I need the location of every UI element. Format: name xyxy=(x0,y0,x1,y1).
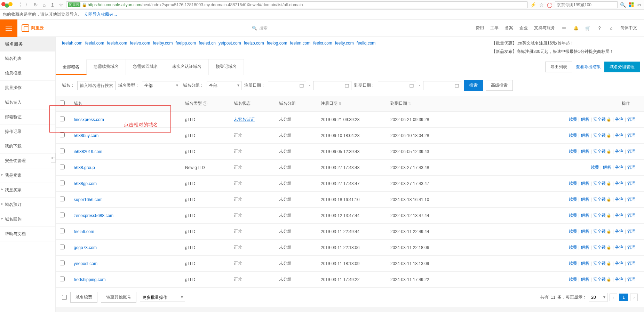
op-remark[interactable]: 备注 xyxy=(615,245,623,250)
related-link-10[interactable]: feelen.com xyxy=(290,41,310,46)
op-parse[interactable]: 解析 xyxy=(581,213,589,218)
op-renew[interactable]: 续费 xyxy=(569,181,577,186)
bulk-transfer-button[interactable]: 转至其他账号 xyxy=(101,292,136,303)
nav-support[interactable]: 支持与服务 xyxy=(534,25,555,31)
domain-link[interactable]: 5688.group xyxy=(74,165,95,170)
row-checkbox[interactable] xyxy=(60,117,65,121)
related-link-3[interactable]: feelvo.com xyxy=(130,41,150,46)
row-checkbox[interactable] xyxy=(60,277,65,281)
sidebar-item-3[interactable]: 域名转入 xyxy=(0,95,55,110)
related-link-2[interactable]: feelsh.com xyxy=(107,41,127,46)
op-lock[interactable]: 安全锁🔒 xyxy=(593,197,611,202)
op-manage[interactable]: 管理 xyxy=(627,133,636,138)
op-parse[interactable]: 解析 xyxy=(581,277,589,282)
op-remark[interactable]: 备注 xyxy=(615,165,623,170)
domain-link[interactable]: feel56.com xyxy=(74,229,94,234)
reg-date-to[interactable] xyxy=(313,81,351,90)
sidebar-item-6[interactable]: 我的下载 xyxy=(0,139,55,154)
exp-date-to[interactable] xyxy=(423,81,461,90)
related-link-12[interactable]: feelty.com xyxy=(335,41,354,46)
domain-link[interactable]: i56882019.com xyxy=(74,149,102,154)
op-renew[interactable]: 续费 xyxy=(569,197,577,202)
forward-icon[interactable]: 〉 xyxy=(24,2,31,8)
op-remark[interactable]: 备注 xyxy=(615,133,623,138)
sidebar-sub-0[interactable]: 我是卖家 xyxy=(0,168,55,183)
exp-date-from[interactable] xyxy=(378,81,416,90)
domain-link[interactable]: super1656.com xyxy=(74,197,103,202)
reload-icon[interactable]: ↻ xyxy=(33,2,39,8)
op-manage[interactable]: 管理 xyxy=(627,197,636,202)
message-icon[interactable]: ✉ xyxy=(561,25,567,31)
op-manage[interactable]: 管理 xyxy=(627,117,636,122)
op-parse[interactable]: 解析 xyxy=(603,165,611,170)
sidebar-sub-2[interactable]: 域名预订 xyxy=(0,198,55,212)
row-checkbox[interactable] xyxy=(60,133,65,137)
op-manage[interactable]: 管理 xyxy=(627,245,636,250)
op-remark[interactable]: 备注 xyxy=(615,277,623,282)
tab-3[interactable]: 未实名认证域名 xyxy=(165,59,209,75)
op-manage[interactable]: 管理 xyxy=(627,181,636,186)
col-type[interactable]: 域名类型? xyxy=(181,96,230,112)
sidebar-tail-0[interactable]: 帮助与文档 xyxy=(0,227,55,241)
op-parse[interactable]: 解析 xyxy=(581,117,589,122)
related-link-9[interactable]: feelog.com xyxy=(267,41,287,46)
domain-link[interactable]: 5688gp.com xyxy=(74,181,97,186)
row-checkbox[interactable] xyxy=(60,197,65,201)
flash-icon[interactable]: ⚡ xyxy=(530,2,536,8)
op-remark[interactable]: 备注 xyxy=(615,261,623,266)
sidebar-collapse[interactable]: ⇤ xyxy=(51,153,56,163)
filter-group-select[interactable]: 全部 xyxy=(207,81,241,90)
sidebar-item-1[interactable]: 信息模板 xyxy=(0,66,55,81)
filter-type-select[interactable]: 全部 xyxy=(142,81,180,90)
related-link-1[interactable]: feelui.com xyxy=(85,41,104,46)
op-renew[interactable]: 续费 xyxy=(569,245,577,250)
related-link-5[interactable]: feelpp.com xyxy=(176,41,196,46)
related-link-4[interactable]: feelby.com xyxy=(153,41,173,46)
op-renew[interactable]: 续费 xyxy=(569,229,577,234)
op-lock[interactable]: 安全锁🔒 xyxy=(593,133,611,138)
address-bar[interactable]: 阿里云 🔒 https:// dc.console.aliyun.com /ne… xyxy=(66,1,528,8)
related-link-6[interactable]: feeled.cn xyxy=(199,41,216,46)
row-checkbox[interactable] xyxy=(60,165,65,169)
op-renew[interactable]: 续费 xyxy=(569,261,577,266)
op-renew[interactable]: 续费 xyxy=(591,165,599,170)
status-link[interactable]: 未实名认证 xyxy=(234,117,255,122)
help-icon[interactable]: ? xyxy=(597,25,602,31)
op-manage[interactable]: 管理 xyxy=(627,261,636,266)
domain-link[interactable]: yeepost.com xyxy=(74,261,97,266)
row-checkbox[interactable] xyxy=(60,213,65,217)
col-exp[interactable]: 到期日期⇅ xyxy=(386,96,456,112)
related-link-11[interactable]: feelxr.com xyxy=(313,41,332,46)
op-manage[interactable]: 管理 xyxy=(627,165,636,170)
op-renew[interactable]: 续费 xyxy=(569,149,577,154)
browser-search-input[interactable] xyxy=(555,1,618,8)
nav-enterprise[interactable]: 企业 xyxy=(519,25,528,31)
select-all-checkbox[interactable] xyxy=(60,101,65,105)
reg-date-from[interactable] xyxy=(268,81,306,90)
bulk-renew-button[interactable]: 域名续费 xyxy=(70,292,97,303)
tab-0[interactable]: 全部域名 xyxy=(56,59,87,75)
related-link-7[interactable]: yetpost.com xyxy=(218,41,241,46)
op-renew[interactable]: 续费 xyxy=(569,213,577,218)
op-remark[interactable]: 备注 xyxy=(615,149,623,154)
prev-page[interactable]: ‹ xyxy=(610,294,617,301)
nav-fees[interactable]: 费用 xyxy=(476,25,484,31)
bookmark-icon[interactable]: ☆ xyxy=(538,2,544,8)
related-link-0[interactable]: feelah.com xyxy=(62,41,82,46)
op-parse[interactable]: 解析 xyxy=(581,245,589,250)
view-export-link[interactable]: 查看导出结果 xyxy=(576,64,601,70)
op-remark[interactable]: 备注 xyxy=(615,197,623,202)
sidebar-sub-3[interactable]: 域名回购 xyxy=(0,212,55,227)
scissors-icon[interactable]: ✂ xyxy=(636,2,643,8)
op-parse[interactable]: 解析 xyxy=(581,149,589,154)
domain-link[interactable]: finosxpress.com xyxy=(74,117,104,122)
op-remark[interactable]: 备注 xyxy=(615,229,623,234)
select-all-bottom-checkbox[interactable] xyxy=(62,295,67,300)
op-lock[interactable]: 安全锁🔒 xyxy=(593,245,611,250)
bulk-more-select[interactable]: 更多批量操作 xyxy=(140,293,185,302)
row-checkbox[interactable] xyxy=(60,261,65,265)
tab-1[interactable]: 急需续费域名 xyxy=(87,59,126,75)
domain-link[interactable]: zenexpress5688.com xyxy=(74,213,113,218)
sidebar-item-2[interactable]: 批量操作 xyxy=(0,81,55,95)
cart-icon[interactable]: 🛒 xyxy=(585,25,590,31)
